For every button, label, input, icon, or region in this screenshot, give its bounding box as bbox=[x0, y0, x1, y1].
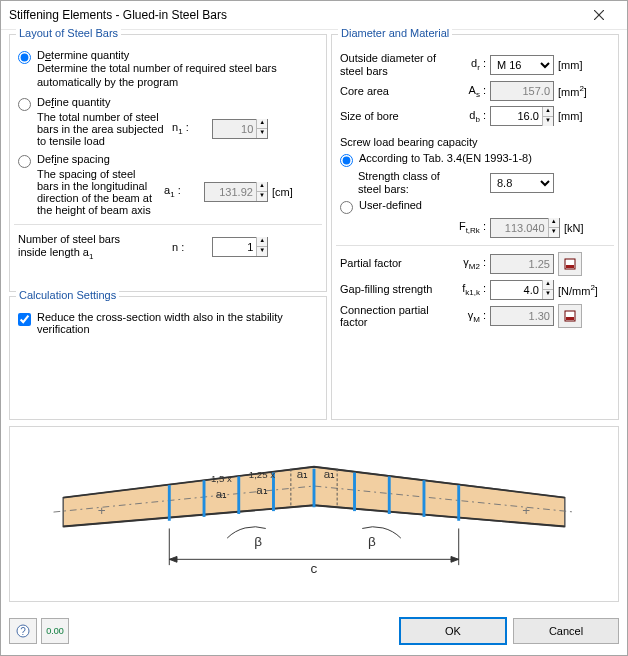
select-outside-diameter[interactable]: M 16 bbox=[490, 55, 554, 75]
label-determine-quantity: Determine quantity bbox=[37, 49, 318, 61]
diagram-panel: 1,5 x 1,25 x a₁ a₁ a₁ a₁ β β bbox=[9, 426, 619, 602]
desc-determine-quantity: Determine the total number of required s… bbox=[37, 62, 318, 90]
label-gap-filling: Gap-filling strength bbox=[340, 283, 448, 296]
radio-determine-quantity[interactable] bbox=[18, 51, 31, 64]
row-outside-diameter: Outside diameter of steel bars dr : M 16… bbox=[340, 52, 610, 77]
radio-define-spacing[interactable] bbox=[18, 155, 31, 168]
select-strength-class[interactable]: 8.8 bbox=[490, 173, 554, 193]
label-reduce-width: Reduce the cross-section width also in t… bbox=[37, 311, 318, 335]
option-according-to-tab[interactable]: According to Tab. 3.4(EN 1993-1-8) bbox=[340, 152, 610, 167]
svg-text:a₁: a₁ bbox=[256, 484, 267, 496]
ok-button[interactable]: OK bbox=[399, 617, 507, 645]
fieldset-diameter-material: Diameter and Material Outside diameter o… bbox=[331, 34, 619, 420]
input-gap-filling[interactable]: ▲▼ bbox=[490, 280, 554, 300]
option-user-defined[interactable]: User-defined bbox=[340, 199, 610, 214]
fieldset-layout: Layout of Steel Bars Determine quantity … bbox=[9, 34, 327, 292]
spin-up-icon[interactable]: ▲ bbox=[257, 119, 267, 129]
row-ftrk: Ft,Rk : ▲▼ [kN] bbox=[358, 217, 610, 239]
symbol-gamma-m2: γM2 : bbox=[448, 256, 490, 271]
symbol-a1: a1 : bbox=[164, 184, 204, 199]
desc-define-quantity: The total number of steel bars in the ar… bbox=[37, 111, 172, 147]
spin-up-icon[interactable]: ▲ bbox=[549, 218, 559, 228]
radio-define-quantity[interactable] bbox=[18, 98, 31, 111]
help-button[interactable]: ? bbox=[9, 618, 37, 644]
window-title: Stiffening Elements - Glued-in Steel Bar… bbox=[9, 8, 579, 22]
footer: ? 0.00 OK Cancel bbox=[1, 613, 627, 655]
radio-according-to-tab[interactable] bbox=[340, 154, 353, 167]
close-button[interactable] bbox=[579, 2, 619, 28]
legend-layout: Layout of Steel Bars bbox=[16, 27, 121, 39]
units-button[interactable]: 0.00 bbox=[41, 618, 69, 644]
legend-calc-settings: Calculation Settings bbox=[16, 289, 119, 301]
input-n1[interactable]: ▲▼ bbox=[212, 119, 268, 139]
book-icon bbox=[563, 309, 577, 323]
input-partial-factor bbox=[490, 254, 554, 274]
label-partial-factor: Partial factor bbox=[340, 257, 448, 270]
help-icon: ? bbox=[16, 624, 30, 638]
svg-text:?: ? bbox=[20, 626, 26, 637]
spin-down-icon[interactable]: ▼ bbox=[543, 290, 553, 299]
input-bore[interactable]: ▲▼ bbox=[490, 106, 554, 126]
dialog-window: Stiffening Elements - Glued-in Steel Bar… bbox=[0, 0, 628, 656]
unit-nmm2: [N/mm2] bbox=[554, 283, 604, 297]
symbol-dr: dr : bbox=[448, 57, 490, 72]
spin-down-icon[interactable]: ▼ bbox=[543, 117, 553, 126]
row-num-bars: Number of steel bars inside length a1 n … bbox=[18, 233, 318, 262]
spin-down-icon[interactable]: ▼ bbox=[257, 192, 267, 201]
svg-text:+: + bbox=[98, 503, 106, 518]
input-n[interactable]: ▲▼ bbox=[212, 237, 268, 257]
button-edit-partial-factor[interactable] bbox=[558, 252, 582, 276]
symbol-db: db : bbox=[448, 109, 490, 124]
close-icon bbox=[594, 10, 604, 20]
label-inside-length: inside length a1 bbox=[18, 246, 93, 258]
symbol-fk1k: fk1,k : bbox=[448, 282, 490, 297]
label-user-defined: User-defined bbox=[359, 199, 422, 211]
option-determine-quantity[interactable]: Determine quantity Determine the total n… bbox=[18, 49, 318, 90]
row-size-of-bore: Size of bore db : ▲▼ [mm] bbox=[340, 105, 610, 127]
spin-up-icon[interactable]: ▲ bbox=[257, 237, 267, 247]
svg-text:1,5 x: 1,5 x bbox=[211, 473, 232, 484]
checkbox-reduce-width[interactable] bbox=[18, 313, 31, 326]
heading-screw-capacity: Screw load bearing capacity bbox=[340, 136, 610, 148]
option-define-quantity[interactable]: Define quantity The total number of stee… bbox=[18, 96, 318, 147]
spin-down-icon[interactable]: ▼ bbox=[549, 228, 559, 237]
svg-text:a₁: a₁ bbox=[216, 488, 227, 500]
spin-down-icon[interactable]: ▼ bbox=[257, 129, 267, 138]
svg-rect-5 bbox=[566, 317, 574, 320]
symbol-n1: n1 : bbox=[172, 121, 212, 136]
units-icon: 0.00 bbox=[46, 627, 64, 636]
option-define-spacing[interactable]: Define spacing The spacing of steel bars… bbox=[18, 153, 318, 216]
row-core-area: Core area As : [mm2] bbox=[340, 80, 610, 102]
label-num-bars: Number of steel bars bbox=[18, 233, 120, 245]
radio-user-defined[interactable] bbox=[340, 201, 353, 214]
content-area: Layout of Steel Bars Determine quantity … bbox=[1, 30, 627, 613]
desc-define-spacing: The spacing of steel bars in the longitu… bbox=[37, 168, 164, 216]
input-a1[interactable]: ▲▼ bbox=[204, 182, 268, 202]
row-partial-factor: Partial factor γM2 : bbox=[340, 252, 610, 276]
svg-marker-29 bbox=[451, 556, 459, 562]
unit-mm2: [mm2] bbox=[554, 84, 604, 98]
legend-diameter-material: Diameter and Material bbox=[338, 27, 452, 39]
unit-mm: [mm] bbox=[554, 110, 604, 122]
svg-rect-3 bbox=[566, 265, 574, 268]
svg-text:+: + bbox=[522, 503, 530, 518]
spin-down-icon[interactable]: ▼ bbox=[257, 247, 267, 256]
label-define-spacing: Define spacing bbox=[37, 153, 318, 165]
spin-up-icon[interactable]: ▲ bbox=[543, 280, 553, 290]
spin-up-icon[interactable]: ▲ bbox=[543, 107, 553, 117]
label-according-to-tab: According to Tab. 3.4(EN 1993-1-8) bbox=[359, 152, 532, 164]
button-edit-conn-partial-factor[interactable] bbox=[558, 304, 582, 328]
spin-up-icon[interactable]: ▲ bbox=[257, 182, 267, 192]
svg-marker-28 bbox=[169, 556, 177, 562]
symbol-as: As : bbox=[448, 84, 490, 99]
row-gap-filling: Gap-filling strength fk1,k : ▲▼ [N/mm2] bbox=[340, 279, 610, 301]
beam-diagram: 1,5 x 1,25 x a₁ a₁ a₁ a₁ β β bbox=[19, 432, 609, 596]
svg-text:β: β bbox=[254, 534, 262, 549]
svg-text:1,25 x: 1,25 x bbox=[249, 469, 275, 480]
unit-kn: [kN] bbox=[560, 222, 610, 234]
symbol-ftrk: Ft,Rk : bbox=[450, 220, 490, 235]
input-ftrk[interactable]: ▲▼ bbox=[490, 218, 560, 238]
cancel-button[interactable]: Cancel bbox=[513, 618, 619, 644]
label-size-of-bore: Size of bore bbox=[340, 110, 448, 123]
row-reduce-width[interactable]: Reduce the cross-section width also in t… bbox=[18, 311, 318, 335]
